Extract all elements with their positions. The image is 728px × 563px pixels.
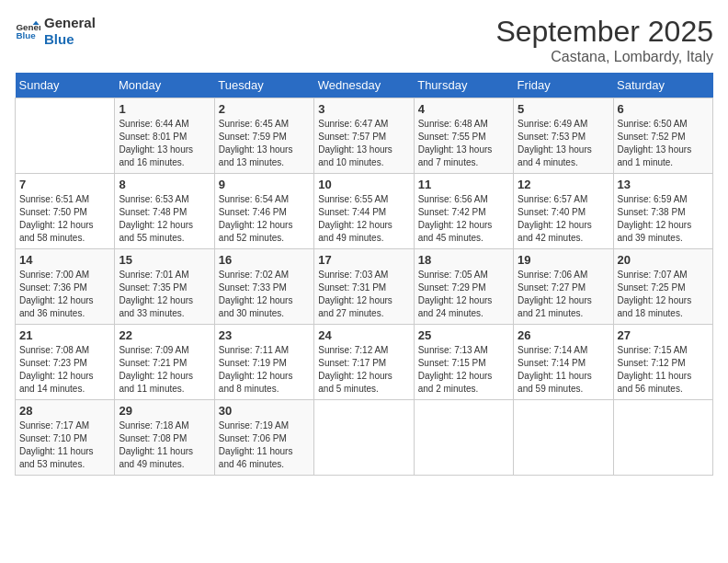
day-number: 19 (518, 253, 609, 267)
calendar-cell: 16Sunrise: 7:02 AM Sunset: 7:33 PM Dayli… (214, 249, 313, 325)
day-info: Sunrise: 7:14 AM Sunset: 7:14 PM Dayligh… (518, 344, 609, 396)
day-info: Sunrise: 6:57 AM Sunset: 7:40 PM Dayligh… (518, 193, 609, 245)
week-row-2: 14Sunrise: 7:00 AM Sunset: 7:36 PM Dayli… (16, 249, 713, 325)
day-number: 12 (518, 178, 609, 191)
calendar-cell (514, 400, 613, 476)
weekday-header-row: SundayMondayTuesdayWednesdayThursdayFrid… (16, 73, 713, 98)
calendar-cell: 9Sunrise: 6:54 AM Sunset: 7:46 PM Daylig… (214, 174, 313, 249)
day-number: 13 (618, 178, 709, 191)
day-number: 6 (618, 102, 709, 116)
day-info: Sunrise: 6:53 AM Sunset: 7:48 PM Dayligh… (119, 193, 210, 245)
logo-blue: Blue (44, 31, 96, 48)
month-title: September 2025 (495, 15, 713, 49)
calendar-table: SundayMondayTuesdayWednesdayThursdayFrid… (15, 73, 713, 476)
day-info: Sunrise: 6:45 AM Sunset: 7:59 PM Dayligh… (219, 118, 310, 169)
day-info: Sunrise: 7:12 AM Sunset: 7:17 PM Dayligh… (318, 344, 409, 396)
day-info: Sunrise: 7:19 AM Sunset: 7:06 PM Dayligh… (219, 419, 310, 471)
calendar-cell: 2Sunrise: 6:45 AM Sunset: 7:59 PM Daylig… (214, 98, 313, 174)
day-info: Sunrise: 6:51 AM Sunset: 7:50 PM Dayligh… (19, 193, 110, 245)
weekday-saturday: Saturday (613, 73, 712, 98)
week-row-3: 21Sunrise: 7:08 AM Sunset: 7:23 PM Dayli… (16, 325, 713, 400)
day-info: Sunrise: 7:07 AM Sunset: 7:25 PM Dayligh… (618, 269, 709, 320)
logo: General Blue General Blue (15, 15, 96, 48)
weekday-friday: Friday (514, 73, 613, 98)
day-number: 21 (19, 328, 110, 342)
calendar-body: 1Sunrise: 6:44 AM Sunset: 8:01 PM Daylig… (16, 98, 713, 476)
calendar-cell: 22Sunrise: 7:09 AM Sunset: 7:21 PM Dayli… (115, 325, 214, 400)
day-number: 23 (219, 328, 310, 342)
day-number: 5 (518, 102, 609, 116)
day-info: Sunrise: 7:11 AM Sunset: 7:19 PM Dayligh… (219, 344, 310, 396)
calendar-cell: 30Sunrise: 7:19 AM Sunset: 7:06 PM Dayli… (214, 400, 313, 476)
calendar-cell: 10Sunrise: 6:55 AM Sunset: 7:44 PM Dayli… (314, 174, 414, 249)
calendar-cell: 8Sunrise: 6:53 AM Sunset: 7:48 PM Daylig… (115, 174, 214, 249)
day-number: 10 (318, 178, 409, 191)
weekday-wednesday: Wednesday (314, 73, 414, 98)
day-number: 2 (219, 102, 310, 116)
calendar-cell: 24Sunrise: 7:12 AM Sunset: 7:17 PM Dayli… (314, 325, 414, 400)
day-info: Sunrise: 6:49 AM Sunset: 7:53 PM Dayligh… (518, 118, 609, 169)
day-info: Sunrise: 7:09 AM Sunset: 7:21 PM Dayligh… (119, 344, 210, 396)
day-number: 3 (318, 102, 409, 116)
day-info: Sunrise: 7:00 AM Sunset: 7:36 PM Dayligh… (19, 269, 110, 320)
page-header: General Blue General Blue September 2025… (15, 15, 713, 65)
day-number: 7 (19, 178, 110, 191)
day-number: 27 (618, 328, 709, 342)
calendar-cell: 3Sunrise: 6:47 AM Sunset: 7:57 PM Daylig… (314, 98, 414, 174)
weekday-monday: Monday (115, 73, 214, 98)
weekday-thursday: Thursday (414, 73, 513, 98)
day-number: 25 (418, 328, 509, 342)
day-number: 8 (119, 178, 210, 191)
calendar-cell: 25Sunrise: 7:13 AM Sunset: 7:15 PM Dayli… (414, 325, 513, 400)
day-info: Sunrise: 7:02 AM Sunset: 7:33 PM Dayligh… (219, 269, 310, 320)
calendar-cell: 23Sunrise: 7:11 AM Sunset: 7:19 PM Dayli… (214, 325, 313, 400)
calendar-cell: 29Sunrise: 7:18 AM Sunset: 7:08 PM Dayli… (115, 400, 214, 476)
day-info: Sunrise: 6:54 AM Sunset: 7:46 PM Dayligh… (219, 193, 310, 245)
calendar-cell: 18Sunrise: 7:05 AM Sunset: 7:29 PM Dayli… (414, 249, 513, 325)
calendar-cell (16, 98, 115, 174)
day-info: Sunrise: 7:05 AM Sunset: 7:29 PM Dayligh… (418, 269, 509, 320)
calendar-cell: 20Sunrise: 7:07 AM Sunset: 7:25 PM Dayli… (613, 249, 712, 325)
calendar-cell: 7Sunrise: 6:51 AM Sunset: 7:50 PM Daylig… (16, 174, 115, 249)
calendar-cell: 4Sunrise: 6:48 AM Sunset: 7:55 PM Daylig… (414, 98, 513, 174)
calendar-cell: 14Sunrise: 7:00 AM Sunset: 7:36 PM Dayli… (16, 249, 115, 325)
day-info: Sunrise: 6:47 AM Sunset: 7:57 PM Dayligh… (318, 118, 409, 169)
day-number: 16 (219, 253, 310, 267)
day-number: 17 (318, 253, 409, 267)
day-info: Sunrise: 7:01 AM Sunset: 7:35 PM Dayligh… (119, 269, 210, 320)
calendar-cell: 6Sunrise: 6:50 AM Sunset: 7:52 PM Daylig… (613, 98, 712, 174)
day-number: 22 (119, 328, 210, 342)
day-info: Sunrise: 7:15 AM Sunset: 7:12 PM Dayligh… (618, 344, 709, 396)
day-number: 18 (418, 253, 509, 267)
calendar-cell: 21Sunrise: 7:08 AM Sunset: 7:23 PM Dayli… (16, 325, 115, 400)
day-number: 4 (418, 102, 509, 116)
day-info: Sunrise: 6:48 AM Sunset: 7:55 PM Dayligh… (418, 118, 509, 169)
week-row-0: 1Sunrise: 6:44 AM Sunset: 8:01 PM Daylig… (16, 98, 713, 174)
day-info: Sunrise: 7:17 AM Sunset: 7:10 PM Dayligh… (19, 419, 110, 471)
day-number: 24 (318, 328, 409, 342)
day-info: Sunrise: 7:08 AM Sunset: 7:23 PM Dayligh… (19, 344, 110, 396)
day-info: Sunrise: 6:59 AM Sunset: 7:38 PM Dayligh… (618, 193, 709, 245)
day-info: Sunrise: 6:50 AM Sunset: 7:52 PM Dayligh… (618, 118, 709, 169)
calendar-cell: 1Sunrise: 6:44 AM Sunset: 8:01 PM Daylig… (115, 98, 214, 174)
calendar-cell: 5Sunrise: 6:49 AM Sunset: 7:53 PM Daylig… (514, 98, 613, 174)
day-info: Sunrise: 6:56 AM Sunset: 7:42 PM Dayligh… (418, 193, 509, 245)
svg-text:Blue: Blue (16, 30, 36, 40)
week-row-1: 7Sunrise: 6:51 AM Sunset: 7:50 PM Daylig… (16, 174, 713, 249)
day-number: 15 (119, 253, 210, 267)
day-info: Sunrise: 7:03 AM Sunset: 7:31 PM Dayligh… (318, 269, 409, 320)
calendar-cell (414, 400, 513, 476)
weekday-sunday: Sunday (16, 73, 115, 98)
weekday-tuesday: Tuesday (214, 73, 313, 98)
day-number: 11 (418, 178, 509, 191)
week-row-4: 28Sunrise: 7:17 AM Sunset: 7:10 PM Dayli… (16, 400, 713, 476)
day-number: 30 (219, 404, 310, 418)
day-number: 9 (219, 178, 310, 191)
calendar-cell: 17Sunrise: 7:03 AM Sunset: 7:31 PM Dayli… (314, 249, 414, 325)
calendar-cell: 12Sunrise: 6:57 AM Sunset: 7:40 PM Dayli… (514, 174, 613, 249)
day-number: 14 (19, 253, 110, 267)
logo-icon: General Blue (15, 18, 40, 44)
day-info: Sunrise: 7:18 AM Sunset: 7:08 PM Dayligh… (119, 419, 210, 471)
calendar-cell: 15Sunrise: 7:01 AM Sunset: 7:35 PM Dayli… (115, 249, 214, 325)
day-info: Sunrise: 6:55 AM Sunset: 7:44 PM Dayligh… (318, 193, 409, 245)
